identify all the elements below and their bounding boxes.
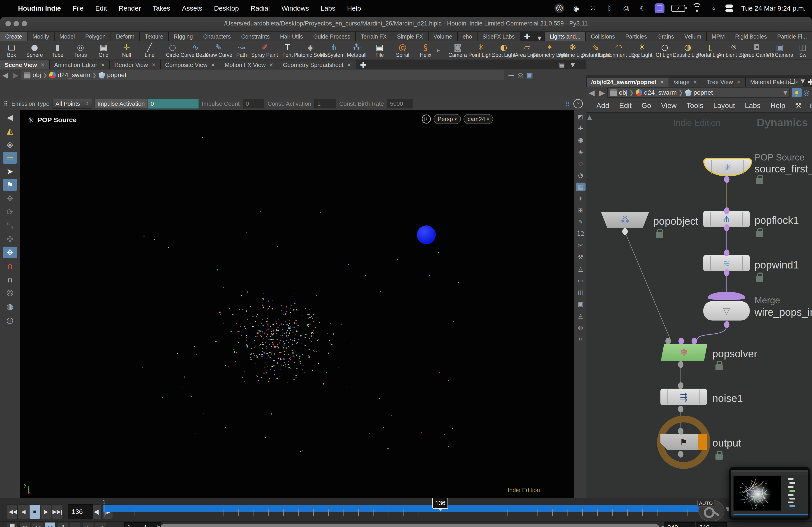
- node-merge[interactable]: ▽: [703, 301, 750, 320]
- pane-tab-geometry-spreadsheet[interactable]: Geometry Spreadsheet✕: [278, 60, 356, 70]
- shelf-tab-volume[interactable]: Volume: [428, 32, 458, 41]
- tree-structure-icon[interactable]: ⊟: [810, 102, 812, 109]
- merge-input-arc[interactable]: [708, 292, 745, 300]
- node-popobject[interactable]: ⁂: [601, 212, 649, 228]
- keyframe-icon[interactable]: ⊕: [45, 522, 56, 527]
- app-menu-houdini[interactable]: Houdini Indie: [18, 4, 61, 12]
- shelf-tab-terrain-fx[interactable]: Terrain FX: [356, 32, 392, 41]
- node-name-label[interactable]: noise1: [712, 392, 743, 404]
- node-name-label[interactable]: popobject: [653, 215, 698, 227]
- timeline-bar[interactable]: [103, 505, 700, 512]
- shelf-tab-deform[interactable]: Deform: [111, 32, 140, 41]
- help-icon[interactable]: ?: [574, 99, 583, 108]
- param-grid-icon[interactable]: ⠿: [4, 100, 8, 107]
- shelf-tool-grid[interactable]: ▦Grid: [92, 41, 115, 59]
- view-layout-icon[interactable]: ◈: [3, 138, 17, 150]
- close-tab-icon[interactable]: ✕: [269, 62, 273, 68]
- pane-tab-animation-editor[interactable]: Animation Editor✕: [49, 60, 110, 70]
- camera-icon[interactable]: ◉: [576, 136, 585, 144]
- net-menu-go[interactable]: Go: [641, 102, 651, 110]
- menu-desktop[interactable]: Desktop: [214, 4, 239, 12]
- control-center-icon[interactable]: [725, 4, 733, 12]
- search-icon[interactable]: ⌕: [709, 3, 719, 13]
- shelf-tool-point-light[interactable]: ✳Point Light: [469, 41, 492, 59]
- shelf-tool-curve-bezier[interactable]: ∿Curve Bezier: [184, 41, 207, 59]
- persp-view-button[interactable]: Persp▾: [434, 114, 461, 124]
- shelf-tab-lights-and[interactable]: Lights and...: [545, 32, 585, 41]
- net-menu-add[interactable]: Add: [596, 102, 609, 110]
- menu-edit[interactable]: Edit: [95, 4, 107, 12]
- close-tab-icon[interactable]: ✕: [151, 62, 156, 68]
- audio-icon[interactable]: ◉: [19, 522, 30, 527]
- shelf-tab-guide-process[interactable]: Guide Process: [308, 32, 356, 41]
- net-menu-layout[interactable]: Layout: [713, 102, 735, 110]
- pane-tab-tree-view[interactable]: Tree View✕: [702, 77, 745, 87]
- shelf-tool-sphere[interactable]: ●Sphere: [23, 41, 46, 59]
- display-options-icon[interactable]: ▛: [7, 522, 18, 527]
- view-lock-icon[interactable]: ⚿: [422, 115, 431, 123]
- pin-slot-icon[interactable]: ⌑: [576, 335, 585, 344]
- pane-tab-stage[interactable]: /stage✕: [669, 77, 702, 87]
- add-pane-tab-icon[interactable]: ✚: [356, 60, 371, 70]
- pane-tab-composite-view[interactable]: Composite View✕: [160, 60, 220, 70]
- sphere-icon[interactable]: ◍: [576, 323, 585, 332]
- shelf-tool-stereo-camera[interactable]: ◘Stereo Camera: [745, 41, 768, 59]
- shelf-tool-platonic-solids[interactable]: ◈Platonic Solids: [299, 41, 322, 59]
- const-activation-field[interactable]: 1: [315, 99, 336, 108]
- node-name-label[interactable]: output: [712, 437, 741, 449]
- node-name-label[interactable]: popsolver: [712, 348, 757, 360]
- menu-labs[interactable]: Labs: [321, 4, 335, 12]
- menu-takes[interactable]: Takes: [153, 4, 170, 12]
- scroll-right-arrow-icon[interactable]: ◀: [660, 524, 664, 527]
- layers-icon[interactable]: ◫: [576, 288, 585, 297]
- shelf-tab-mpm[interactable]: MPM: [707, 32, 730, 41]
- menubar-clock[interactable]: Tue 24 Mar 9:24 p.m.: [741, 4, 806, 12]
- net-pane-split-icon[interactable]: ▢: [789, 77, 795, 85]
- playhead-marker[interactable]: 136: [432, 498, 448, 509]
- node-popsolver[interactable]: ❃: [661, 344, 707, 361]
- play-circle-icon[interactable]: ◉: [571, 3, 581, 13]
- screen-mirroring-icon[interactable]: ❐: [655, 3, 665, 13]
- prev-key-icon[interactable]: ⇤: [83, 522, 93, 527]
- moon-icon[interactable]: ☾: [638, 3, 648, 13]
- shelf-tab-particles[interactable]: Particles: [620, 32, 652, 41]
- net-menu-tools[interactable]: Tools: [686, 102, 704, 110]
- twelve-label[interactable]: 12: [576, 229, 585, 238]
- node-name-label[interactable]: source_first_in: [754, 163, 812, 175]
- tool-overflow-icon[interactable]: ▸: [437, 47, 440, 54]
- droplet-icon[interactable]: ◔: [576, 171, 585, 179]
- menu-radial[interactable]: Radial: [250, 4, 270, 12]
- shelf-tab-characters[interactable]: Characters: [198, 32, 236, 41]
- impulse-activation-field[interactable]: 0: [148, 99, 199, 109]
- view-box-icon[interactable]: ▭: [3, 152, 17, 164]
- shelf-tool-file[interactable]: ▤File: [368, 41, 391, 59]
- pane-tab-scene-view[interactable]: Scene View✕: [0, 60, 49, 70]
- net-menu-labs[interactable]: Labs: [745, 102, 760, 110]
- shelf-tab-model[interactable]: Model: [54, 32, 80, 41]
- step-back-button[interactable]: ◀: [18, 505, 29, 519]
- shelf-tab-hair-utils[interactable]: Hair Utils: [275, 32, 308, 41]
- net-nav-forward-icon[interactable]: ▶: [599, 88, 605, 97]
- close-tab-icon[interactable]: ✕: [41, 62, 45, 68]
- triangle-icon[interactable]: △: [576, 265, 585, 273]
- input-connector[interactable]: [724, 250, 729, 256]
- shelf-tool-tube[interactable]: ▮Tube: [46, 41, 69, 59]
- shelf-tool-sw[interactable]: ◫Sw: [791, 41, 812, 59]
- shelf-tool-spot-light[interactable]: ◐Spot Light: [492, 41, 515, 59]
- move-tool-icon[interactable]: ✥: [3, 193, 17, 204]
- go-start-button[interactable]: |◀◀: [7, 505, 18, 519]
- input-connector[interactable]: [692, 338, 697, 344]
- rotate-tool-icon[interactable]: ⟳: [3, 206, 17, 218]
- shelf-tab-rigging[interactable]: Rigging: [169, 32, 198, 41]
- node-name-label[interactable]: wire_pops_int: [754, 306, 812, 318]
- node-noise1[interactable]: ⇶: [661, 389, 707, 405]
- window-titlebar[interactable]: /Users/eduardobieta/Desktop/Proyectos_en…: [0, 17, 812, 31]
- scene-viewport[interactable]: ✳ POP Source ⚿ Persp▾ cam24▾ y Indie Edi…: [20, 110, 574, 498]
- input-connector[interactable]: [679, 338, 684, 344]
- shelf-tool-path[interactable]: ↝Path: [230, 41, 253, 59]
- pane-tab-render-view[interactable]: Render View✕: [110, 60, 160, 70]
- shelf-tab-vellum[interactable]: Vellum: [679, 32, 707, 41]
- timeline-scrollbar[interactable]: [161, 524, 659, 527]
- input-connector[interactable]: [678, 428, 683, 435]
- camera-view-button[interactable]: cam24▾: [464, 114, 493, 124]
